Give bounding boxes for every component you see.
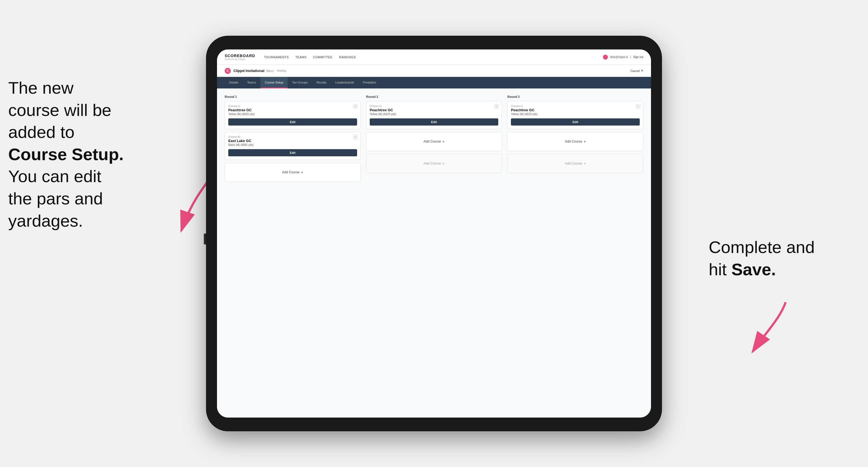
round-3-course-a-card: ⊡ (Course A) Peachtree GC Yellow (M) (66… [507,101,643,129]
round-1-column: Round 1 ⊡ (Course A) Peachtree GC Yellow… [225,95,361,185]
round-1-course-a-tag: (Course A) [228,105,357,107]
tab-details[interactable]: Details [225,77,243,89]
annotation-right: Complete and hit Save. [709,236,863,280]
round-2-plus-icon: + [442,139,444,144]
round-1-course-b-tag: (Course B) [228,135,357,138]
round-2-label: Round 2 [366,95,502,98]
nav-tournaments[interactable]: TOURNAMENTS [264,56,289,59]
round-3-course-a-tag: (Course A) [511,105,640,107]
round-3-course-a-tee: Yellow (M) (6629 yds) [511,113,640,116]
round-2-course-a-edit-button[interactable]: Edit [370,118,499,126]
annotation-line5: You can edit [8,167,101,186]
nav-teams[interactable]: TEAMS [295,56,306,59]
annotation-right-line1: Complete and [709,238,815,256]
nav-rankings[interactable]: RANKINGS [339,56,356,59]
tournament-bar: C Clippd Invitational (Men) Hosting Canc… [217,65,651,77]
tablet-frame: SCOREBOARD Powered by clippd TOURNAMENTS… [206,36,662,431]
plus-icon: + [301,170,303,175]
tournament-gender: (Men) [266,69,274,72]
round-1-course-a-tee: Yellow (M) (6629 yds) [228,113,357,116]
main-content: Round 1 ⊡ (Course A) Peachtree GC Yellow… [217,89,651,417]
round-2-add-course-disabled: Add Course + [366,154,502,173]
round-1-course-a-edit-button[interactable]: Edit [228,118,357,126]
round-3-course-a-delete-icon[interactable]: ⊡ [636,104,640,108]
annotation-line6: the pars and [8,189,103,208]
round-2-column: Round 2 ⊡ (Course A) Peachtree GC Yellow… [366,95,502,185]
close-icon: ✕ [641,69,643,72]
cancel-button[interactable]: Cancel ✕ [630,69,643,72]
tab-teams[interactable]: Teams [243,77,260,89]
round-1-add-course-button[interactable]: Add Course + [225,163,361,182]
sub-nav: Details Teams Course Setup Tee Groups Re… [217,77,651,89]
round-3-add-course-disabled: Add Course + [507,154,643,173]
avatar [603,55,608,60]
tab-printables[interactable]: Printables [359,77,381,89]
round-1-label: Round 1 [225,95,361,98]
round-1-course-b-card: ⊡ (Course B) East Lake GC Black (M) (689… [225,132,361,160]
round-2-course-a-card: ⊡ (Course A) Peachtree GC Yellow (M) (66… [366,101,502,129]
separator: | [630,56,631,59]
arrow-right-icon [731,297,802,363]
round-3-add-course-button[interactable]: Add Course + [507,132,643,151]
round-1-course-a-name: Peachtree GC [228,108,357,112]
tournament-logo: C [225,68,231,74]
annotation-line1: The new [8,78,73,97]
tab-tee-groups[interactable]: Tee Groups [288,77,312,89]
annotation-line3: added to [8,123,74,142]
sign-out-link[interactable]: Sign out [633,56,643,59]
nav-right: blair@clippd.io | Sign out [603,55,643,60]
user-email: blair@clippd.io [610,56,628,59]
round-1-course-a-card: ⊡ (Course A) Peachtree GC Yellow (M) (66… [225,101,361,129]
tab-course-setup[interactable]: Course Setup [260,77,288,89]
tab-leaderboards[interactable]: Leaderboards [331,77,359,89]
round-3-plus-icon-disabled: + [584,161,586,166]
tab-results[interactable]: Results [312,77,331,89]
round-2-course-a-name: Peachtree GC [370,108,499,112]
round-1-course-b-name: East Lake GC [228,139,357,143]
round-2-course-a-tag: (Course A) [370,105,499,107]
top-nav: SCOREBOARD Powered by clippd TOURNAMENTS… [217,50,651,65]
annotation-line7: yardages. [8,211,83,230]
round-1-course-b-tee: Black (M) (6891 yds) [228,144,357,147]
brand-title: SCOREBOARD [225,54,255,58]
round-3-course-a-name: Peachtree GC [511,108,640,112]
brand-sub: Powered by clippd [225,58,255,60]
round-3-column: Round 3 ⊡ (Course A) Peachtree GC Yellow… [507,95,643,185]
round-3-course-a-edit-button[interactable]: Edit [511,118,640,126]
round-1-course-a-delete-icon[interactable]: ⊡ [353,104,358,108]
round-3-plus-icon: + [584,139,586,144]
annotation-line2: course will be [8,100,112,120]
round-1-course-b-edit-button[interactable]: Edit [228,149,357,156]
tablet-screen: SCOREBOARD Powered by clippd TOURNAMENTS… [217,50,651,417]
tournament-name: Clippd Invitational [234,69,265,73]
annotation-right-line2: hit Save. [709,260,776,279]
round-2-plus-icon-disabled: + [442,161,444,166]
round-2-add-course-button[interactable]: Add Course + [366,132,502,151]
nav-links: TOURNAMENTS TEAMS COMMITTEE RANKINGS [264,56,603,59]
rounds-grid: Round 1 ⊡ (Course A) Peachtree GC Yellow… [225,95,643,185]
round-1-course-b-delete-icon[interactable]: ⊡ [353,135,358,139]
tournament-status: Hosting [277,69,286,72]
nav-committee[interactable]: COMMITTEE [313,56,333,59]
round-2-course-a-delete-icon[interactable]: ⊡ [494,104,499,108]
round-2-course-a-tee: Yellow (M) (6629 yds) [370,113,499,116]
brand: SCOREBOARD Powered by clippd [225,54,255,60]
annotation-line4: Course Setup. [8,145,124,164]
round-3-label: Round 3 [507,95,643,98]
